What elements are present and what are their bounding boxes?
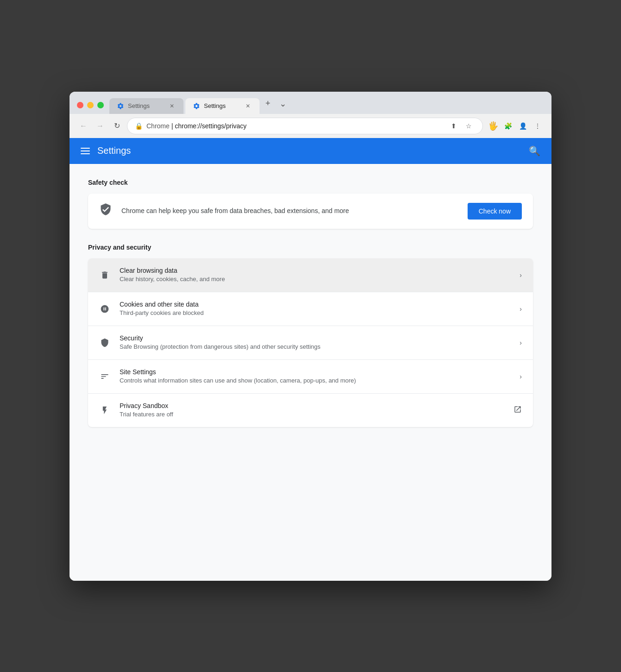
safety-check-card: Chrome can help keep you safe from data …	[88, 194, 533, 229]
stop-icon: 🖐	[488, 121, 498, 131]
privacy-sandbox-external-icon	[513, 405, 522, 415]
tab-inactive-close[interactable]: ✕	[168, 102, 176, 110]
address-url: chrome://settings/privacy	[175, 122, 247, 130]
back-button[interactable]: ←	[77, 119, 90, 132]
trash-icon	[99, 270, 110, 280]
settings-header-left: Settings	[81, 145, 131, 156]
close-button[interactable]	[77, 102, 83, 108]
tab-settings-icon	[117, 102, 124, 110]
privacy-section-title: Privacy and security	[88, 244, 533, 251]
share-button[interactable]: ⬆	[447, 119, 460, 132]
check-now-button[interactable]: Check now	[468, 203, 522, 220]
tab-active-close[interactable]: ✕	[244, 102, 252, 110]
cookies-content: Cookies and other site data Third-party …	[120, 301, 510, 317]
tab-active-settings-icon	[193, 102, 200, 110]
cookies-arrow: ›	[520, 305, 522, 313]
profile-button[interactable]: 👤	[516, 119, 529, 132]
settings-search-icon[interactable]: 🔍	[529, 145, 540, 157]
address-source: Chrome	[146, 122, 170, 130]
site-settings-subtitle: Controls what information sites can use …	[120, 377, 510, 385]
tab-inactive-label: Settings	[128, 102, 164, 109]
bookmark-button[interactable]: ☆	[462, 119, 475, 132]
clear-browsing-data-subtitle: Clear history, cookies, cache, and more	[120, 275, 510, 283]
forward-button[interactable]: →	[94, 119, 107, 132]
safety-check-description: Chrome can help keep you safe from data …	[121, 206, 458, 216]
hamburger-line-3	[81, 153, 90, 154]
tab-active-label: Settings	[204, 102, 240, 109]
clear-browsing-data-title: Clear browsing data	[120, 267, 510, 274]
cookies-subtitle: Third-party cookies are blocked	[120, 309, 510, 317]
hamburger-line-2	[81, 151, 90, 151]
tab-active[interactable]: Settings ✕	[185, 98, 260, 114]
extensions-button[interactable]: 🧩	[501, 119, 514, 132]
hamburger-line-1	[81, 148, 90, 149]
security-arrow: ›	[520, 339, 522, 346]
reload-button[interactable]: ↻	[110, 119, 123, 132]
site-settings-icon	[99, 372, 110, 381]
settings-content: Safety check Chrome can help keep you sa…	[70, 164, 551, 581]
browser-window: Settings ✕ Settings ✕ + ⌄ ← → ↻ 🔒 Chrome	[70, 92, 551, 581]
address-actions: ⬆ ☆	[447, 119, 475, 132]
cookies-item[interactable]: Cookies and other site data Third-party …	[88, 292, 533, 326]
maximize-button[interactable]	[97, 102, 104, 108]
privacy-sandbox-title: Privacy Sandbox	[120, 402, 504, 409]
tab-actions: + ⌄	[261, 97, 289, 114]
security-icon: 🔒	[135, 122, 143, 130]
privacy-settings-list: Clear browsing data Clear history, cooki…	[88, 258, 533, 427]
tab-strip-chevron[interactable]: ⌄	[276, 97, 289, 110]
privacy-sandbox-subtitle: Trial features are off	[120, 410, 504, 419]
site-settings-arrow: ›	[520, 373, 522, 380]
tab-inactive[interactable]: Settings ✕	[109, 98, 184, 114]
toolbar-extras: 🖐 🧩 👤 ⋮	[487, 119, 544, 132]
address-text: Chrome | chrome://settings/privacy	[146, 122, 444, 130]
privacy-sandbox-icon	[99, 406, 110, 415]
site-settings-item[interactable]: Site Settings Controls what information …	[88, 360, 533, 394]
menu-icon[interactable]	[81, 148, 90, 154]
safety-shield-icon	[99, 203, 112, 219]
security-shield-icon	[99, 338, 110, 347]
cookies-title: Cookies and other site data	[120, 301, 510, 308]
new-tab-button[interactable]: +	[261, 97, 274, 110]
menu-button[interactable]: ⋮	[531, 119, 544, 132]
traffic-lights	[77, 102, 104, 114]
settings-page-title: Settings	[97, 145, 131, 156]
stop-extension-button[interactable]: 🖐	[487, 119, 500, 132]
site-settings-title: Site Settings	[120, 368, 510, 376]
site-settings-content: Site Settings Controls what information …	[120, 368, 510, 385]
privacy-sandbox-item[interactable]: Privacy Sandbox Trial features are off	[88, 394, 533, 427]
clear-browsing-data-item[interactable]: Clear browsing data Clear history, cooki…	[88, 258, 533, 292]
security-content: Security Safe Browsing (protection from …	[120, 334, 510, 351]
clear-browsing-data-content: Clear browsing data Clear history, cooki…	[120, 267, 510, 283]
security-title: Security	[120, 334, 510, 342]
safety-check-section-title: Safety check	[88, 179, 533, 186]
clear-browsing-data-arrow: ›	[520, 271, 522, 279]
security-subtitle: Safe Browsing (protection from dangerous…	[120, 343, 510, 351]
title-bar: Settings ✕ Settings ✕ + ⌄	[70, 92, 551, 114]
minimize-button[interactable]	[87, 102, 94, 108]
toolbar: ← → ↻ 🔒 Chrome | chrome://settings/priva…	[70, 114, 551, 138]
address-bar[interactable]: 🔒 Chrome | chrome://settings/privacy ⬆ ☆	[127, 118, 483, 134]
privacy-sandbox-content: Privacy Sandbox Trial features are off	[120, 402, 504, 419]
cookies-icon	[99, 304, 110, 314]
settings-header: Settings 🔍	[70, 138, 551, 164]
security-item[interactable]: Security Safe Browsing (protection from …	[88, 326, 533, 360]
